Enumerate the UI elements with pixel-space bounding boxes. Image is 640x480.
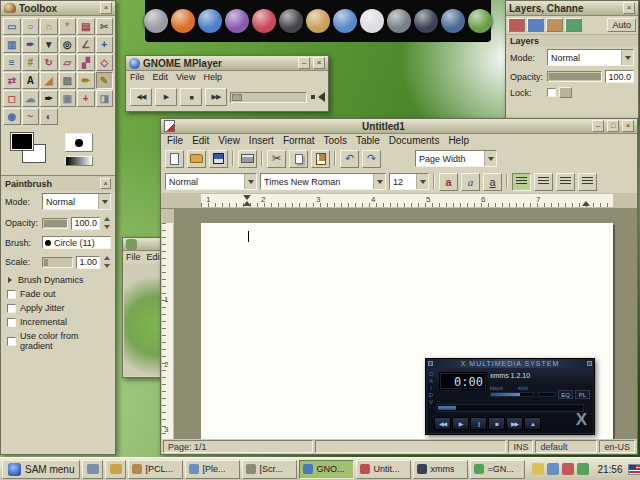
dodge-burn-tool[interactable]: ◐ (40, 108, 58, 125)
left-indent-marker[interactable] (243, 195, 251, 200)
scale-spinner[interactable] (103, 253, 111, 271)
volume-icon[interactable] (310, 91, 324, 103)
volume-tray-icon[interactable] (547, 463, 559, 475)
rectangle-select-tool[interactable]: ▭ (3, 18, 21, 35)
taskbar-task[interactable]: [Scr... (242, 460, 297, 479)
align-justify-button[interactable] (578, 173, 597, 191)
xmms-titlebar[interactable]: X MULTIMEDIA SYSTEM (426, 359, 594, 368)
keyboard-layout-flag-icon[interactable] (628, 464, 640, 475)
copy-button[interactable] (289, 150, 308, 168)
style-indicator[interactable]: default (535, 440, 597, 453)
chat-dock-icon[interactable] (225, 9, 249, 33)
stop-button[interactable]: ■ (488, 417, 505, 430)
menu-item[interactable]: Edit (153, 72, 169, 82)
tool-option-checkbox[interactable]: Apply Jitter (1, 301, 115, 315)
file-manager-dock-icon[interactable] (441, 9, 465, 33)
seek-slider[interactable] (230, 92, 307, 103)
cut-button[interactable]: ✂ (267, 150, 286, 168)
foreground-select-tool[interactable]: ▥ (3, 36, 21, 53)
xmms-balance-slider[interactable] (538, 392, 556, 397)
dropdown-arrow-icon[interactable] (244, 174, 256, 189)
perspective-clone-tool[interactable]: ◨ (96, 90, 114, 107)
insert-mode-indicator[interactable]: INS (508, 440, 533, 453)
shear-tool[interactable]: ▞ (77, 54, 95, 71)
layer-mode-dropdown[interactable]: Normal (547, 49, 634, 66)
taskbar-task[interactable]: GNO... (299, 460, 354, 479)
paths-tab-icon[interactable] (546, 18, 563, 32)
mplayer-titlebar[interactable]: GNOME MPlayer (126, 56, 328, 71)
dropdown-arrow-icon[interactable] (98, 194, 110, 209)
taskbar-task[interactable]: [Ple... (185, 460, 240, 479)
crop-tool[interactable]: # (22, 54, 40, 71)
photo-dock-icon[interactable] (279, 9, 303, 33)
foreground-color-swatch[interactable] (11, 133, 33, 150)
scissors-select-tool[interactable]: ✂ (96, 18, 114, 35)
next-button[interactable]: ▶▶ (506, 417, 523, 430)
brush-selector[interactable]: Circle (11) (42, 236, 111, 249)
align-center-button[interactable] (534, 173, 553, 191)
opacity-spinner[interactable] (103, 214, 111, 232)
package-manager-dock-icon[interactable] (252, 9, 276, 33)
free-select-tool[interactable]: ∩ (40, 18, 58, 35)
menu-item[interactable]: Tools (324, 135, 347, 146)
maximize-icon[interactable] (607, 120, 619, 132)
taskbar-task[interactable]: =GN... (470, 460, 525, 479)
new-document-button[interactable] (165, 150, 184, 168)
ink-tool[interactable]: ✒ (40, 90, 58, 107)
lock-alpha-icon[interactable] (559, 87, 572, 98)
menu-item[interactable]: View (218, 135, 240, 146)
airbrush-tool[interactable]: ☁ (22, 90, 40, 107)
paste-button[interactable] (311, 150, 330, 168)
previous-button[interactable]: ◀◀ (434, 417, 451, 430)
fuzzy-select-tool[interactable]: * (59, 18, 77, 35)
scale-slider[interactable] (42, 257, 73, 268)
checkbox-icon[interactable] (7, 290, 16, 299)
layer-opacity-value[interactable]: 100.0 (605, 70, 634, 83)
font-dropdown[interactable]: Times New Roman (260, 173, 386, 190)
previous-button[interactable]: ◀◀ (130, 88, 152, 106)
zoom-dropdown[interactable]: Page Width (415, 150, 497, 167)
align-tool[interactable]: ≡ (3, 54, 21, 71)
minimize-icon[interactable] (592, 120, 604, 132)
bold-button[interactable]: a (439, 173, 458, 191)
paths-tool[interactable]: ✒ (22, 36, 40, 53)
print-button[interactable] (238, 150, 257, 168)
media-player-dock-icon[interactable] (171, 9, 195, 33)
auto-button[interactable]: Auto (607, 18, 636, 32)
move-tool[interactable]: + (96, 36, 114, 53)
open-button[interactable] (187, 150, 206, 168)
pencil-tool[interactable]: ✏ (77, 72, 95, 89)
right-indent-marker[interactable] (582, 201, 590, 206)
menu-item[interactable]: Table (356, 135, 380, 146)
blur-sharpen-tool[interactable]: ◉ (3, 108, 21, 125)
web-browser-dock-icon[interactable] (198, 9, 222, 33)
taskbar-task[interactable]: xmms (413, 460, 468, 479)
opacity-slider[interactable] (42, 218, 68, 229)
rotate-tool[interactable]: ↻ (40, 54, 58, 71)
layers-titlebar[interactable]: Layers, Channe (506, 1, 638, 16)
menu-item[interactable]: Insert (249, 135, 274, 146)
play-button[interactable]: ▶ (452, 417, 469, 430)
close-icon[interactable] (100, 2, 112, 14)
underline-button[interactable]: a (483, 173, 502, 191)
italic-button[interactable]: a (461, 173, 480, 191)
xmms-time-display[interactable]: 0:00 (439, 372, 487, 390)
layers-tab-icon[interactable] (508, 18, 525, 32)
next-button[interactable]: ▶▶ (205, 88, 227, 106)
first-line-indent-marker[interactable] (243, 201, 251, 206)
checkbox-icon[interactable] (7, 304, 16, 313)
active-gradient-preview[interactable] (65, 156, 93, 166)
lock-dock-icon[interactable] (144, 9, 168, 33)
history-tab-icon[interactable] (565, 18, 582, 32)
stop-button[interactable]: ■ (180, 88, 202, 106)
opacity-value[interactable]: 100.0 (71, 217, 100, 230)
brush-dynamics-expander[interactable]: Brush Dynamics (1, 273, 115, 287)
toolbox-titlebar[interactable]: Toolbox (1, 1, 115, 16)
office-dock-icon[interactable] (360, 9, 384, 33)
zoom-tool[interactable]: ◎ (59, 36, 77, 53)
menu-item[interactable]: Documents (389, 135, 440, 146)
ellipse-select-tool[interactable]: ○ (22, 18, 40, 35)
clock[interactable]: 21:56 (594, 464, 625, 475)
menu-item[interactable]: File (126, 252, 141, 262)
close-icon[interactable] (313, 57, 325, 69)
